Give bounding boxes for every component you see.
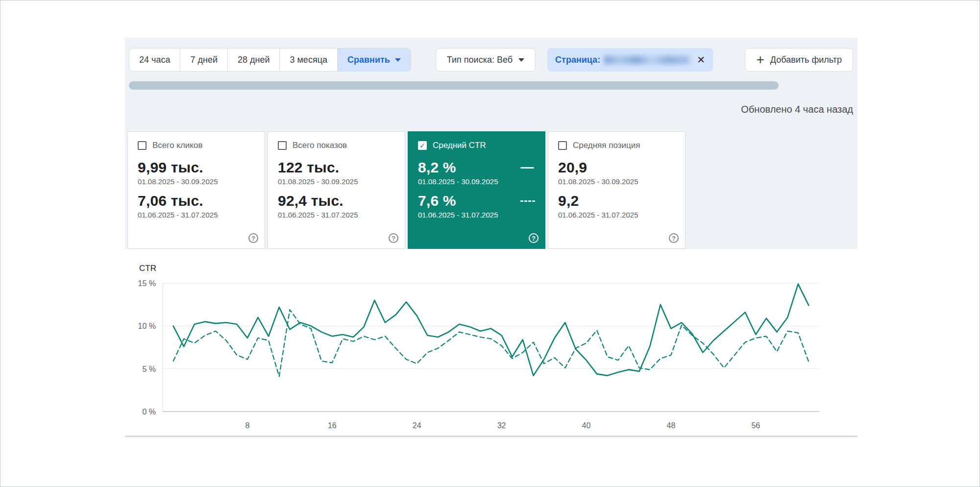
svg-text:32: 32 xyxy=(497,421,506,430)
metric-period-previous: 01.06.2025 - 31.07.2025 xyxy=(278,211,395,219)
range-24h-label: 24 часа xyxy=(139,55,170,65)
compare-label: Сравнить xyxy=(347,55,390,65)
search-type-label: Тип поиска: Веб xyxy=(447,55,513,65)
range-7d-label: 7 дней xyxy=(190,55,218,65)
svg-text:48: 48 xyxy=(667,421,676,430)
svg-text:10 %: 10 % xyxy=(138,322,156,330)
range-3m-label: 3 месяца xyxy=(290,55,327,65)
svg-text:40: 40 xyxy=(582,421,591,430)
filter-bar: 24 часа 7 дней 28 дней 3 месяца Сравнить… xyxy=(129,48,853,72)
card-title: Всего кликов xyxy=(152,141,202,150)
metric-value-current: 8,2 % xyxy=(418,159,456,176)
total-impressions-checkbox[interactable]: ✓ xyxy=(278,141,287,150)
last-updated-text: Обновлено 4 часа назад xyxy=(741,104,853,115)
card-total-impressions[interactable]: ✓ Всего показов 122 тыс. 01.08.2025 - 30… xyxy=(268,131,405,249)
add-filter-button[interactable]: + Добавить фильтр xyxy=(745,48,853,72)
card-header: ✓ Всего кликов xyxy=(138,141,255,150)
ctr-chart: 0 %5 %10 %15 %8162432404856 xyxy=(132,276,853,435)
page-filter-value-blurred xyxy=(604,56,690,64)
dashed-line-legend-icon xyxy=(520,200,535,202)
range-3m[interactable]: 3 месяца xyxy=(280,49,337,71)
chart-bottom-scrollbar[interactable] xyxy=(125,436,858,437)
metric-value-previous: 7,06 тыс. xyxy=(138,193,203,209)
metric-period-previous: 01.06.2025 - 31.07.2025 xyxy=(138,211,255,219)
metric-value-current: 9,99 тыс. xyxy=(138,159,203,176)
chevron-down-icon xyxy=(518,58,524,62)
close-icon[interactable]: ✕ xyxy=(697,55,705,65)
help-icon[interactable]: ? xyxy=(669,233,679,243)
metric-cards-row: ✓ Всего кликов 9,99 тыс. 01.08.2025 - 30… xyxy=(127,131,686,249)
card-total-clicks[interactable]: ✓ Всего кликов 9,99 тыс. 01.08.2025 - 30… xyxy=(127,131,265,249)
range-28d-label: 28 дней xyxy=(238,55,270,65)
date-range-selector: 24 часа 7 дней 28 дней 3 месяца Сравнить xyxy=(129,48,411,72)
chevron-down-icon xyxy=(395,58,401,62)
card-header: ✓ Средний CTR xyxy=(418,141,535,150)
metric-value-previous: 9,2 xyxy=(558,193,579,209)
metric-period-current: 01.08.2025 - 30.09.2025 xyxy=(558,177,675,186)
compare-button[interactable]: Сравнить xyxy=(338,49,411,71)
metric-period-current: 01.08.2025 - 30.09.2025 xyxy=(418,177,535,186)
card-average-ctr[interactable]: ✓ Средний CTR 8,2 % 01.08.2025 - 30.09.2… xyxy=(408,131,545,249)
svg-text:15 %: 15 % xyxy=(138,279,156,288)
range-7d[interactable]: 7 дней xyxy=(180,49,228,71)
metric-value-previous: 92,4 тыс. xyxy=(278,193,343,209)
help-icon[interactable]: ? xyxy=(248,233,258,243)
add-filter-label: Добавить фильтр xyxy=(770,55,842,65)
horizontal-scrollbar-thumb[interactable] xyxy=(129,81,779,90)
metric-value-previous: 7,6 % xyxy=(418,193,456,209)
solid-line-legend-icon xyxy=(520,167,534,169)
metric-period-current: 01.08.2025 - 30.09.2025 xyxy=(138,177,255,186)
chart-axis-title: CTR xyxy=(139,264,156,273)
total-clicks-checkbox[interactable]: ✓ xyxy=(138,141,147,150)
svg-text:5 %: 5 % xyxy=(142,365,156,373)
range-28d[interactable]: 28 дней xyxy=(228,49,280,71)
check-icon: ✓ xyxy=(419,142,425,149)
metric-period-previous: 01.06.2025 - 31.07.2025 xyxy=(418,211,535,219)
page-filter-chip[interactable]: Страница: ✕ xyxy=(547,48,713,72)
average-ctr-checkbox[interactable]: ✓ xyxy=(418,141,427,150)
help-icon[interactable]: ? xyxy=(529,233,539,243)
average-position-checkbox[interactable]: ✓ xyxy=(558,141,567,150)
help-icon[interactable]: ? xyxy=(389,233,398,243)
card-title: Средний CTR xyxy=(433,141,486,150)
card-title: Средняя позиция xyxy=(573,141,640,150)
svg-text:0 %: 0 % xyxy=(142,408,156,416)
svg-text:16: 16 xyxy=(328,421,337,430)
page-filter-label: Страница: xyxy=(555,55,600,65)
card-header: ✓ Всего показов xyxy=(278,141,395,150)
card-title: Всего показов xyxy=(293,141,347,150)
range-24h[interactable]: 24 часа xyxy=(129,49,180,71)
metric-value-current: 122 тыс. xyxy=(278,159,339,176)
metric-period-current: 01.08.2025 - 30.09.2025 xyxy=(278,177,395,186)
search-type-filter-button[interactable]: Тип поиска: Веб xyxy=(436,48,536,72)
metric-period-previous: 01.06.2025 - 31.07.2025 xyxy=(558,211,675,219)
svg-text:56: 56 xyxy=(751,421,760,430)
svg-text:24: 24 xyxy=(413,421,421,430)
card-average-position[interactable]: ✓ Средняя позиция 20,9 01.08.2025 - 30.0… xyxy=(548,131,686,249)
card-header: ✓ Средняя позиция xyxy=(558,141,675,150)
svg-text:8: 8 xyxy=(245,421,249,430)
metric-value-current: 20,9 xyxy=(558,159,587,176)
